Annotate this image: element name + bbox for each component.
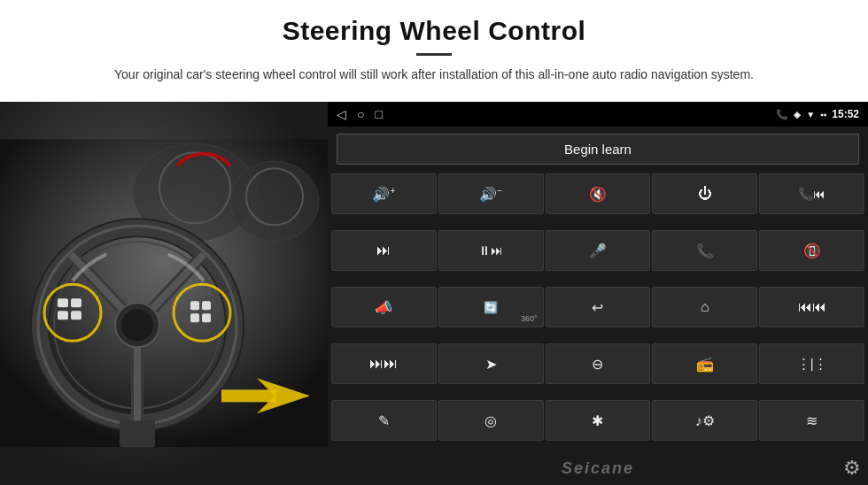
camera-icon: ◎ bbox=[484, 412, 497, 429]
phone-icon: 📞 bbox=[696, 242, 714, 259]
hangup-icon: 📵 bbox=[803, 242, 821, 259]
vol-down-button[interactable]: 🔊− bbox=[438, 173, 544, 214]
music-settings-button[interactable]: ♪⚙ bbox=[652, 400, 757, 441]
hangup-button[interactable]: 📵 bbox=[759, 230, 864, 271]
eject-icon: ⊖ bbox=[592, 356, 603, 373]
skip-icon: ⏸⏭ bbox=[478, 243, 503, 258]
svg-rect-28 bbox=[221, 390, 276, 403]
svg-point-2 bbox=[230, 162, 319, 242]
back-button[interactable]: ↩ bbox=[546, 287, 651, 327]
watermark-text: Seicane bbox=[562, 459, 634, 478]
equalizer-icon: ≋ bbox=[806, 412, 818, 429]
vol-up-icon: 🔊+ bbox=[372, 186, 395, 203]
svg-rect-20 bbox=[58, 312, 68, 320]
equalizer-button[interactable]: ≋ bbox=[759, 400, 864, 441]
back-icon: ↩ bbox=[592, 299, 603, 316]
call-prev-icon: 📞⏮ bbox=[798, 187, 825, 201]
home-icon: ⌂ bbox=[701, 299, 709, 315]
svg-rect-25 bbox=[190, 314, 199, 323]
svg-point-16 bbox=[121, 310, 153, 342]
mic-button[interactable]: 🎤 bbox=[546, 230, 651, 271]
svg-rect-18 bbox=[58, 299, 68, 308]
status-right-icons: 📞 ◈ ▼ ▪▪ 15:52 bbox=[776, 108, 859, 120]
signal-bars: ▪▪ bbox=[820, 110, 826, 119]
phone-status-icon: 📞 bbox=[776, 109, 788, 120]
bluetooth-button[interactable]: ✱ bbox=[546, 400, 651, 441]
eq-button[interactable]: ⋮|⋮ bbox=[759, 343, 864, 384]
subtitle-text: Your original car's steering wheel contr… bbox=[97, 65, 771, 84]
360-icon: 🔄 bbox=[484, 301, 498, 314]
status-bar: ◁ ○ □ 📞 ◈ ▼ ▪▪ 15:52 bbox=[328, 102, 868, 127]
prev-track-button[interactable]: ⏮⏮ bbox=[759, 287, 864, 327]
skip-button[interactable]: ⏸⏭ bbox=[438, 230, 544, 271]
edit-icon: ✎ bbox=[378, 412, 390, 429]
wifi-status-icon: ▼ bbox=[806, 110, 815, 119]
header-section: Steering Wheel Control Your original car… bbox=[0, 0, 868, 93]
page-wrapper: Steering Wheel Control Your original car… bbox=[0, 0, 868, 485]
360-button[interactable]: 🔄 360° bbox=[438, 287, 544, 327]
svg-rect-21 bbox=[71, 312, 81, 320]
content-area: ◁ ○ □ 📞 ◈ ▼ ▪▪ 15:52 Begin learn bbox=[0, 102, 868, 485]
location-status-icon: ◈ bbox=[794, 110, 801, 119]
bluetooth-icon: ✱ bbox=[592, 412, 603, 429]
radio-icon: 📻 bbox=[696, 356, 714, 373]
nav-recent-icon[interactable]: □ bbox=[375, 107, 382, 121]
vol-up-button[interactable]: 🔊+ bbox=[331, 173, 437, 214]
status-time: 15:52 bbox=[832, 108, 859, 120]
svg-rect-29 bbox=[120, 421, 155, 448]
next-track-button[interactable]: ⏭ bbox=[331, 230, 437, 271]
radio-button[interactable]: 📻 bbox=[652, 343, 757, 384]
steering-wheel-photo bbox=[0, 102, 328, 485]
navigation-icon: ➤ bbox=[485, 356, 497, 373]
fast-forward-icon: ⏭⏭ bbox=[369, 356, 398, 372]
svg-rect-24 bbox=[202, 302, 211, 311]
call-prev-button[interactable]: 📞⏮ bbox=[759, 173, 864, 214]
vol-down-icon: 🔊− bbox=[479, 186, 502, 203]
settings-gear-icon[interactable]: ⚙ bbox=[843, 457, 861, 480]
camera-button[interactable]: ◎ bbox=[438, 400, 544, 441]
horn-button[interactable]: 📣 bbox=[331, 287, 437, 327]
begin-learn-row: Begin learn bbox=[328, 127, 868, 172]
svg-rect-19 bbox=[71, 299, 81, 308]
begin-learn-button[interactable]: Begin learn bbox=[337, 134, 859, 165]
navigation-button[interactable]: ➤ bbox=[438, 343, 544, 384]
360-label: 360° bbox=[521, 314, 538, 323]
bottom-bar: Seicane ⚙ bbox=[328, 458, 868, 485]
svg-rect-23 bbox=[190, 302, 199, 311]
power-icon: ⏻ bbox=[698, 186, 712, 202]
nav-home-icon[interactable]: ○ bbox=[357, 107, 364, 121]
home-button[interactable]: ⌂ bbox=[652, 287, 757, 327]
mic-icon: 🎤 bbox=[589, 242, 607, 259]
android-ui-panel: ◁ ○ □ 📞 ◈ ▼ ▪▪ 15:52 Begin learn bbox=[328, 102, 868, 485]
prev-track-icon: ⏮⏮ bbox=[798, 299, 826, 315]
controls-grid: 🔊+ 🔊− 🔇 ⏻ 📞⏮ ⏭ ⏸⏭ bbox=[328, 172, 868, 458]
fast-forward-button[interactable]: ⏭⏭ bbox=[331, 343, 437, 384]
eq-icon: ⋮|⋮ bbox=[797, 356, 827, 372]
page-title: Steering Wheel Control bbox=[53, 16, 815, 46]
svg-rect-26 bbox=[202, 314, 211, 323]
next-track-icon: ⏭ bbox=[376, 242, 391, 258]
power-button[interactable]: ⏻ bbox=[652, 173, 757, 214]
status-nav-icons: ◁ ○ □ bbox=[337, 107, 383, 121]
eject-button[interactable]: ⊖ bbox=[546, 343, 651, 384]
mute-icon: 🔇 bbox=[589, 186, 607, 203]
nav-back-icon[interactable]: ◁ bbox=[337, 107, 346, 121]
title-divider bbox=[416, 53, 452, 56]
horn-icon: 📣 bbox=[375, 299, 392, 316]
music-settings-icon: ♪⚙ bbox=[695, 412, 715, 429]
steering-wheel-svg bbox=[0, 102, 328, 485]
phone-button[interactable]: 📞 bbox=[652, 230, 757, 271]
edit-button[interactable]: ✎ bbox=[331, 400, 437, 441]
mute-button[interactable]: 🔇 bbox=[546, 173, 651, 214]
